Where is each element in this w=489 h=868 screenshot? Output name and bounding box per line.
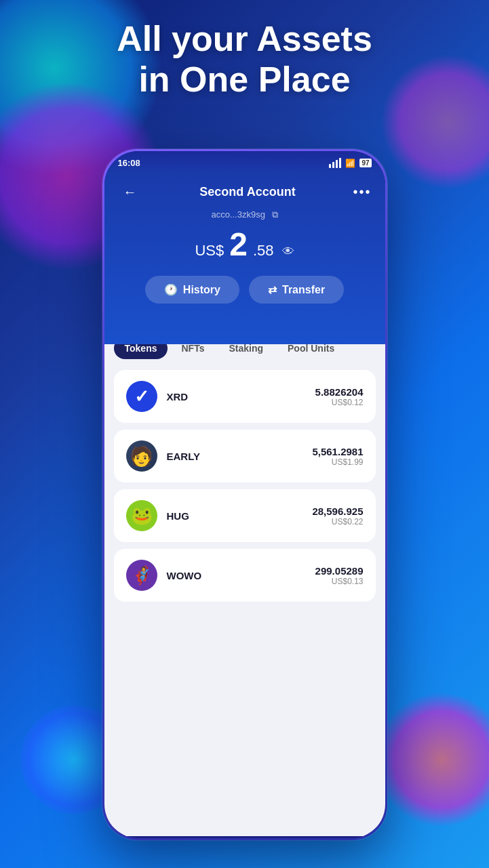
action-buttons: 🕐 History ⇄ Transfer bbox=[118, 276, 372, 304]
early-usd: US$1.99 bbox=[312, 457, 363, 467]
history-button[interactable]: 🕐 History bbox=[145, 276, 239, 304]
wowo-usd: US$0.13 bbox=[315, 577, 364, 586]
wowo-avatar: 🦸‍♀️ bbox=[126, 560, 157, 591]
hero-section: All your Assetsin One Place bbox=[0, 19, 489, 100]
xrd-amounts: 5.8826204 US$0.12 bbox=[315, 386, 364, 407]
token-item-wowo[interactable]: 🦸‍♀️ WOWO 299.05289 US$0.13 bbox=[114, 549, 376, 602]
hug-usd: US$0.22 bbox=[312, 517, 363, 526]
balance-display: US$ 2 .58 👁 bbox=[118, 228, 372, 261]
transfer-icon: ⇄ bbox=[268, 283, 277, 296]
token-list: ✓ XRD 5.8826204 US$0.12 🧑 EARLY 5,561.29… bbox=[114, 370, 376, 602]
xrd-balance: 5.8826204 bbox=[315, 386, 364, 398]
xrd-symbol: XRD bbox=[167, 391, 306, 402]
content-area: Tokens NFTs Staking Pool Units ✓ XRD 5.8… bbox=[104, 325, 385, 836]
app-header: ← Second Account ••• acco...3zk9sg ⧉ US$… bbox=[104, 172, 385, 344]
history-label: History bbox=[183, 284, 220, 296]
token-item-xrd[interactable]: ✓ XRD 5.8826204 US$0.12 bbox=[114, 370, 376, 423]
balance-decimal: .58 bbox=[253, 242, 274, 260]
hug-balance: 28,596.925 bbox=[312, 505, 363, 517]
wowo-symbol: WOWO bbox=[167, 570, 306, 581]
status-bar: 16:08 📶 97 bbox=[104, 151, 385, 172]
hug-symbol: HUG bbox=[167, 510, 303, 522]
more-button[interactable]: ••• bbox=[353, 184, 371, 200]
hero-title: All your Assetsin One Place bbox=[0, 19, 489, 100]
xrd-check-icon: ✓ bbox=[134, 386, 149, 407]
phone-frame: 16:08 📶 97 ← Secon bbox=[102, 149, 387, 840]
balance-currency: US$ bbox=[195, 242, 224, 260]
token-item-hug[interactable]: 🐸 HUG 28,596.925 US$0.22 bbox=[114, 489, 376, 542]
wifi-icon: 📶 bbox=[345, 159, 355, 168]
early-amounts: 5,561.2981 US$1.99 bbox=[312, 446, 363, 467]
token-item-early[interactable]: 🧑 EARLY 5,561.2981 US$1.99 bbox=[114, 430, 376, 482]
battery-icon: 97 bbox=[359, 159, 371, 167]
signal-icon bbox=[329, 158, 341, 168]
status-time: 16:08 bbox=[118, 158, 140, 168]
early-balance: 5,561.2981 bbox=[312, 446, 363, 457]
bg-decoration-5 bbox=[374, 692, 489, 827]
xrd-avatar: ✓ bbox=[126, 381, 157, 412]
history-icon: 🕐 bbox=[164, 283, 178, 296]
account-title: Second Account bbox=[199, 185, 295, 199]
early-symbol: EARLY bbox=[167, 451, 303, 462]
early-avatar: 🧑 bbox=[126, 440, 157, 472]
account-address[interactable]: acco...3zk9sg ⧉ bbox=[118, 209, 372, 220]
xrd-usd: US$0.12 bbox=[315, 398, 364, 407]
hug-avatar: 🐸 bbox=[126, 500, 157, 531]
header-nav: ← Second Account ••• bbox=[118, 182, 372, 203]
wowo-balance: 299.05289 bbox=[315, 565, 364, 577]
balance-main: 2 bbox=[229, 228, 248, 261]
wowo-amounts: 299.05289 US$0.13 bbox=[315, 565, 364, 586]
phone-screen: 16:08 📶 97 ← Secon bbox=[104, 151, 385, 838]
eye-icon[interactable]: 👁 bbox=[282, 245, 294, 259]
transfer-label: Transfer bbox=[282, 284, 325, 296]
hug-amounts: 28,596.925 US$0.22 bbox=[312, 505, 363, 526]
back-button[interactable]: ← bbox=[118, 182, 142, 203]
status-icons: 📶 97 bbox=[329, 158, 371, 168]
transfer-button[interactable]: ⇄ Transfer bbox=[249, 276, 344, 304]
copy-icon[interactable]: ⧉ bbox=[272, 209, 278, 220]
